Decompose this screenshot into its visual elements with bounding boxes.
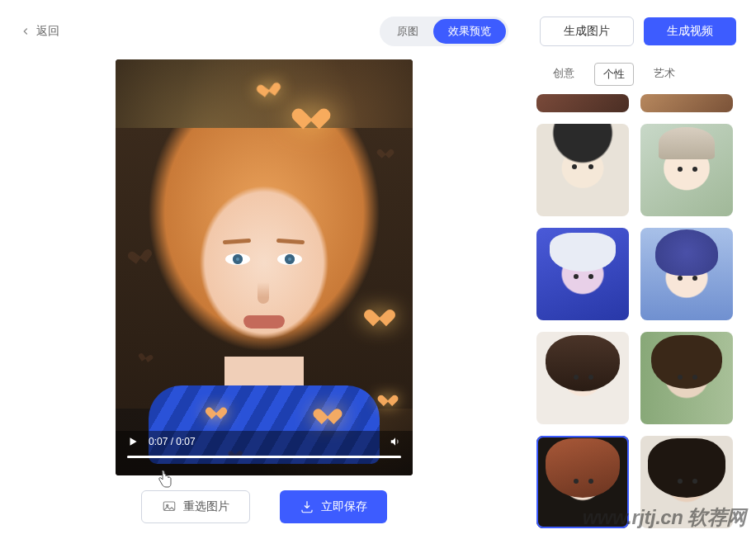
rechoose-label: 重选图片 <box>183 499 229 514</box>
heart-icon <box>380 145 391 154</box>
video-time: 0:07 / 0:07 <box>149 436 196 447</box>
header-bar: 返回 原图 效果预览 生成图片 生成视频 <box>0 0 756 53</box>
image-icon <box>162 499 177 514</box>
heart-icon <box>319 402 337 418</box>
save-label: 立即保存 <box>321 499 367 514</box>
preview-column: 0:07 / 0:07 重选图片 立即保存 <box>0 59 528 539</box>
rechoose-image-button[interactable]: 重选图片 <box>141 490 250 523</box>
style-tabs: 创意 个性 艺术 <box>535 59 741 94</box>
cursor-hand-icon <box>157 470 173 489</box>
style-thumb[interactable] <box>640 94 733 112</box>
download-icon <box>300 499 314 514</box>
svg-marker-0 <box>130 437 137 445</box>
video-progress-fill <box>127 456 401 458</box>
chevron-left-icon <box>20 26 31 37</box>
heart-icon <box>381 390 394 402</box>
style-thumb[interactable] <box>640 124 733 216</box>
heart-icon <box>210 403 223 414</box>
style-thumb[interactable] <box>536 228 629 320</box>
heart-icon <box>141 350 151 359</box>
watermark-text: www.rjtj.cn 软荐网 <box>583 504 746 531</box>
volume-icon[interactable] <box>390 436 401 447</box>
play-icon[interactable] <box>127 436 139 447</box>
style-thumb[interactable] <box>536 332 629 424</box>
video-progress[interactable] <box>127 456 401 458</box>
save-now-button[interactable]: 立即保存 <box>280 490 387 523</box>
preview-actions: 重选图片 立即保存 <box>141 490 387 523</box>
back-label: 返回 <box>36 24 59 39</box>
video-preview[interactable]: 0:07 / 0:07 <box>116 59 413 475</box>
style-sidebar: 创意 个性 艺术 <box>528 59 756 539</box>
heart-icon <box>260 78 276 92</box>
video-controls: 0:07 / 0:07 <box>116 431 413 475</box>
heart-icon <box>300 100 324 121</box>
tab-personality[interactable]: 个性 <box>594 63 634 86</box>
heart-icon <box>370 303 389 320</box>
generate-image-button[interactable]: 生成图片 <box>540 17 634 46</box>
tab-creative[interactable]: 创意 <box>545 63 583 86</box>
style-thumb[interactable] <box>536 94 629 112</box>
toggle-original[interactable]: 原图 <box>382 19 433 44</box>
tab-art[interactable]: 艺术 <box>645 63 683 86</box>
style-thumb[interactable] <box>640 332 733 424</box>
style-grid <box>535 94 735 528</box>
back-button[interactable]: 返回 <box>20 24 59 39</box>
toggle-preview[interactable]: 效果预览 <box>433 19 506 44</box>
style-grid-scroll[interactable] <box>535 94 741 539</box>
style-thumb[interactable] <box>536 124 629 216</box>
heart-icon <box>131 244 148 259</box>
generate-video-button[interactable]: 生成视频 <box>644 17 736 45</box>
view-toggle: 原图 效果预览 <box>380 17 508 46</box>
style-thumb[interactable] <box>640 228 733 320</box>
main-area: 0:07 / 0:07 重选图片 立即保存 <box>0 53 756 539</box>
